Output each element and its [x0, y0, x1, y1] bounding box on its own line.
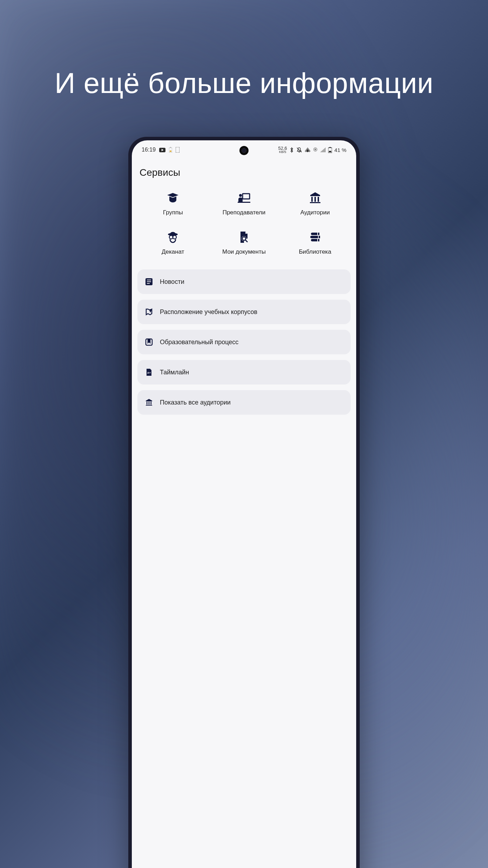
status-time: 16:19 [142, 147, 156, 153]
graduation-cap-icon [166, 191, 180, 205]
tile-label: Деканат [162, 248, 184, 255]
svg-rect-36 [147, 402, 148, 405]
user-secret-icon [166, 230, 180, 244]
phone-frame: 16:19 52,6 KB/S [128, 137, 360, 868]
list-item-edu-process[interactable]: Образовательный процесс [137, 330, 351, 354]
teacher-icon [237, 191, 251, 205]
camera-notch [239, 146, 249, 155]
tile-label: Преподаватели [223, 209, 266, 216]
signal-icon [320, 147, 326, 152]
building-icon [308, 191, 322, 205]
svg-rect-29 [147, 280, 151, 280]
location-icon [313, 147, 318, 153]
tile-label: Группы [163, 209, 183, 216]
list-item-timeline[interactable]: A+ Таймлайн [137, 360, 351, 385]
svg-rect-19 [310, 202, 320, 203]
svg-point-13 [239, 194, 242, 197]
list-label: Расположение учебных корпусов [160, 308, 257, 316]
svg-rect-14 [238, 202, 250, 203]
svg-rect-38 [151, 402, 152, 405]
svg-line-6 [297, 148, 301, 152]
tile-groups[interactable]: Группы [140, 186, 206, 221]
svg-line-24 [245, 240, 248, 242]
svg-rect-11 [329, 147, 331, 148]
page-title: Сервисы [132, 156, 356, 186]
svg-rect-17 [314, 197, 316, 202]
tile-label: Библиотека [299, 248, 331, 255]
tile-deanery[interactable]: Деканат [140, 225, 206, 260]
service-grid: Группы Преподаватели Аудитории Деканат [132, 186, 356, 267]
tile-rooms[interactable]: Аудитории [282, 186, 348, 221]
network-speed: 52,6 KB/S [278, 146, 287, 154]
service-list: Новости Расположение учебных корпусов Об… [132, 267, 356, 417]
tile-label: Аудитории [300, 209, 330, 216]
tile-library[interactable]: Библиотека [282, 225, 348, 260]
svg-rect-31 [147, 283, 150, 284]
phone-screen: 16:19 52,6 KB/S [132, 140, 356, 868]
bluetooth-icon [290, 147, 294, 153]
wifi-icon [305, 147, 311, 152]
list-label: Таймлайн [160, 369, 189, 376]
svg-rect-30 [147, 281, 151, 282]
svg-rect-15 [310, 195, 320, 196]
news-icon [144, 277, 154, 286]
grade-icon: A+ [144, 368, 154, 377]
svg-rect-16 [311, 197, 313, 202]
bookmark-icon [144, 338, 154, 347]
tile-documents[interactable]: Мои документы [211, 225, 278, 260]
svg-rect-5 [176, 147, 179, 153]
bank-icon [144, 398, 154, 407]
battery-save-icon [169, 147, 172, 153]
list-label: Образовательный процесс [160, 339, 238, 346]
svg-rect-18 [318, 197, 319, 202]
svg-rect-3 [170, 151, 171, 152]
svg-point-8 [314, 149, 316, 150]
list-label: Показать все аудитории [160, 399, 231, 406]
books-icon [308, 230, 322, 244]
svg-rect-35 [146, 401, 152, 401]
mute-icon [296, 147, 302, 153]
list-item-locations[interactable]: Расположение учебных корпусов [137, 300, 351, 324]
svg-rect-26 [318, 236, 319, 238]
list-item-news[interactable]: Новости [137, 269, 351, 294]
svg-rect-39 [146, 405, 152, 406]
list-item-all-rooms[interactable]: Показать все аудитории [137, 390, 351, 415]
svg-rect-4 [170, 147, 171, 148]
list-label: Новости [160, 278, 184, 286]
tile-label: Мои документы [222, 248, 266, 255]
svg-point-22 [173, 235, 176, 239]
svg-rect-27 [317, 239, 318, 241]
promo-headline: И ещё больше информации [0, 0, 488, 100]
svg-rect-25 [317, 233, 318, 235]
battery-icon [328, 147, 332, 153]
battery-percent: 41 % [334, 147, 346, 153]
svg-text:A+: A+ [147, 371, 151, 374]
map-pin-icon [144, 307, 154, 316]
youtube-icon [159, 148, 165, 152]
svg-rect-37 [149, 402, 150, 405]
tile-teachers[interactable]: Преподаватели [211, 186, 278, 221]
svg-point-23 [242, 237, 246, 240]
svg-point-21 [169, 235, 173, 239]
svg-rect-10 [329, 151, 331, 152]
card-icon [176, 147, 179, 153]
file-search-icon [237, 230, 251, 244]
svg-rect-12 [243, 194, 250, 199]
